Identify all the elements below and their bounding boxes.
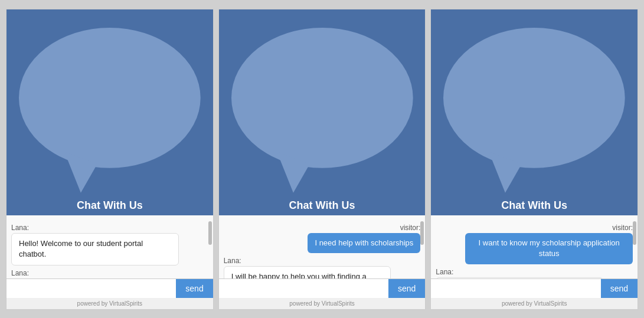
msg-row-lana-3: 🎓 In order to get accurate information a… — [436, 277, 633, 278]
chat-widget-1: Chat With Us Lana: Hello! Welcome to our… — [6, 9, 214, 310]
chat-messages-2[interactable]: visitor: I need help with scholarships L… — [219, 215, 426, 278]
chat-icon-1 — [6, 187, 213, 199]
msg-visitor-2a: I need help with scholarships — [308, 233, 420, 253]
powered-by-1: powered by VirtualSpirits — [6, 298, 213, 309]
sender-lana-1a: Lana: — [11, 224, 208, 232]
send-button-1[interactable]: send — [176, 279, 213, 298]
send-button-2[interactable]: send — [388, 279, 425, 298]
chat-widget-2: Chat With Us visitor: I need help with s… — [218, 9, 426, 310]
input-area-2: send — [219, 278, 426, 298]
sender-lana-1b: Lana: — [11, 269, 208, 277]
chat-header-3: Chat With Us — [431, 9, 638, 216]
input-area-1: send — [6, 278, 213, 298]
powered-by-2: powered by VirtualSpirits — [219, 298, 426, 309]
chat-input-1[interactable] — [6, 279, 176, 298]
msg-visitor-3: I want to know my scholarship applicatio… — [465, 233, 633, 264]
svg-point-2 — [231, 27, 413, 168]
chat-input-2[interactable] — [219, 279, 388, 298]
svg-point-4 — [443, 27, 625, 168]
sender-visitor-3: visitor: — [436, 224, 633, 232]
chat-title-2: Chat With Us — [289, 199, 355, 211]
scrollbar-3[interactable] — [633, 221, 636, 245]
sender-visitor-2a: visitor: — [224, 224, 421, 232]
msg-lana-1a: Hello! Welcome to our student portal cha… — [11, 233, 179, 265]
msg-row-visitor-2a: I need help with scholarships — [224, 233, 421, 253]
scrollbar-1[interactable] — [208, 221, 212, 245]
powered-by-3: powered by VirtualSpirits — [431, 298, 638, 309]
chat-input-3[interactable] — [431, 279, 600, 298]
chat-header-1: Chat With Us — [6, 9, 213, 216]
msg-row-visitor-3: I want to know my scholarship applicatio… — [436, 233, 633, 264]
msg-lana-3: 🎓 In order to get accurate information a… — [436, 277, 603, 278]
sender-lana-3: Lana: — [436, 268, 633, 276]
chat-title-1: Chat With Us — [77, 199, 143, 211]
sender-lana-2: Lana: — [224, 257, 421, 265]
msg-row-lana-2: I will be happy to help you with finding… — [224, 266, 421, 278]
chat-messages-1[interactable]: Lana: Hello! Welcome to our student port… — [6, 215, 213, 278]
chat-header-2: Chat With Us — [219, 9, 426, 216]
scrollbar-2[interactable] — [420, 221, 424, 245]
input-area-3: send — [431, 278, 638, 298]
msg-lana-2: I will be happy to help you with finding… — [224, 266, 391, 278]
chat-widget-3: Chat With Us visitor: I want to know my … — [430, 9, 638, 310]
svg-point-0 — [19, 27, 201, 168]
chat-messages-3[interactable]: visitor: I want to know my scholarship a… — [431, 215, 638, 278]
chat-icon-2 — [219, 187, 426, 199]
msg-row-1a: Hello! Welcome to our student portal cha… — [11, 233, 208, 265]
send-button-3[interactable]: send — [601, 279, 638, 298]
chat-title-3: Chat With Us — [501, 199, 567, 211]
chat-icon-3 — [431, 187, 638, 199]
